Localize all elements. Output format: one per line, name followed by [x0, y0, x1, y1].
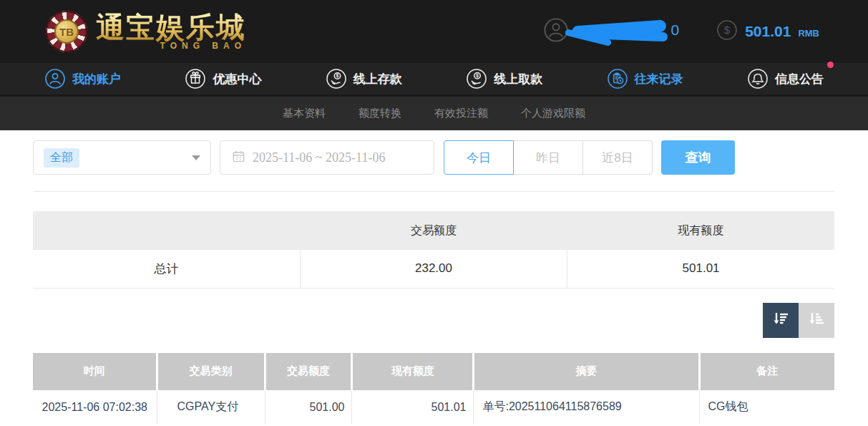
record-type: CGPAY支付: [157, 390, 265, 425]
main-content: 全部 2025-11-06 ~ 2025-11-06 今日 昨日 近8日 查询: [0, 130, 868, 425]
coin-dollar-icon: $: [716, 19, 738, 44]
gift-icon: [185, 68, 206, 89]
nav-item-announcements[interactable]: 信息公告: [747, 68, 824, 89]
range-button-last-8-days[interactable]: 近8日: [582, 140, 653, 175]
svg-text:$: $: [476, 73, 479, 79]
quick-range-group: 今日 昨日 近8日: [444, 140, 653, 175]
filter-row: 全部 2025-11-06 ~ 2025-11-06 今日 昨日 近8日 查询: [33, 140, 834, 175]
records-clipboard-icon: [607, 68, 628, 89]
transaction-type-select[interactable]: 全部: [33, 140, 211, 175]
records-header-balance: 现有额度: [352, 353, 474, 390]
record-time: 2025-11-06 07:02:38: [33, 390, 157, 425]
notification-dot: [827, 62, 834, 68]
deposit-coin-icon: $: [326, 68, 347, 89]
summary-header-current-amount: 现有额度: [567, 211, 834, 250]
top-header: TB 通宝娱乐城 TONG BAO 0: [0, 0, 868, 63]
sort-ascending-button[interactable]: [799, 303, 834, 338]
brand-title: 通宝娱乐城: [96, 12, 246, 42]
main-nav: 我的账户 优惠中心 $ 线上存款: [0, 63, 868, 97]
user-menu[interactable]: 0: [543, 16, 679, 47]
svg-text:$: $: [724, 24, 731, 36]
sort-ascending-icon: [806, 309, 826, 331]
balance-currency: RMB: [798, 28, 819, 39]
range-button-yesterday[interactable]: 昨日: [513, 140, 583, 175]
balance-amount: 501.01: [745, 23, 791, 40]
summary-total-row: 总计 232.00 501.01: [33, 250, 834, 288]
records-header-type: 交易类别: [157, 353, 265, 390]
sort-descending-icon: [771, 309, 791, 331]
summary-header-transaction-amount: 交易额度: [300, 211, 567, 250]
section-divider: [33, 191, 834, 192]
records-header-amount: 交易额度: [265, 353, 352, 390]
withdraw-coin-icon: $: [466, 68, 487, 89]
subnav-item-valid-bets[interactable]: 有效投注额: [434, 107, 488, 120]
summary-table: 交易额度 现有额度 总计 232.00 501.01: [33, 211, 834, 289]
sort-controls: [33, 303, 834, 338]
subnav-item-quota-transfer[interactable]: 额度转换: [359, 107, 401, 120]
summary-current-total: 501.01: [567, 250, 834, 288]
nav-item-my-account[interactable]: 我的账户: [44, 68, 121, 89]
nav-item-promotions[interactable]: 优惠中心: [185, 68, 261, 89]
nav-item-withdraw[interactable]: $ 线上取款: [466, 68, 542, 89]
sub-nav: 基本资料 额度转换 有效投注额 个人游戏限额: [0, 97, 868, 130]
table-row: 2025-11-06 07:02:38 CGPAY支付 501.00 501.0…: [33, 390, 834, 425]
record-amount: 501.00: [265, 390, 352, 425]
user-icon: [44, 68, 66, 89]
calendar-icon: [232, 150, 245, 166]
record-balance: 501.01: [352, 390, 474, 425]
summary-transaction-total: 232.00: [300, 250, 567, 288]
date-range-input[interactable]: 2025-11-06 ~ 2025-11-06: [220, 140, 434, 175]
poker-chip-icon: TB: [46, 11, 87, 52]
records-table: 时间 交易类别 交易额度 现有额度 摘要 备注 2025-11-06 07:02…: [33, 353, 834, 425]
nav-item-deposit[interactable]: $ 线上存款: [326, 68, 402, 89]
record-summary: 单号:202511064115876589: [474, 390, 699, 425]
query-button[interactable]: 查询: [661, 140, 735, 175]
balance-display: $ 501.01 RMB: [716, 19, 819, 44]
brand-logo[interactable]: TB 通宝娱乐城 TONG BAO: [46, 11, 246, 52]
records-header-row: 时间 交易类别 交易额度 现有额度 摘要 备注: [33, 353, 834, 390]
records-header-summary: 摘要: [474, 353, 699, 390]
username-redaction-scribble: 0: [570, 16, 679, 47]
bell-icon: [747, 68, 769, 89]
summary-header-blank: [33, 211, 300, 250]
subnav-item-game-limits[interactable]: 个人游戏限额: [521, 107, 585, 120]
nav-item-transaction-records[interactable]: 往来记录: [607, 68, 683, 89]
range-button-today[interactable]: 今日: [444, 140, 514, 175]
svg-text:$: $: [336, 73, 338, 79]
date-range-value: 2025-11-06 ~ 2025-11-06: [253, 150, 385, 165]
username-visible-suffix: 0: [670, 21, 679, 39]
records-header-time: 时间: [33, 353, 157, 390]
subnav-item-basic-info[interactable]: 基本资料: [283, 107, 326, 120]
selected-type-chip: 全部: [44, 148, 79, 168]
brand-subtitle: TONG BAO: [96, 41, 246, 51]
sort-descending-button[interactable]: [763, 303, 799, 338]
chip-label: TB: [54, 19, 79, 44]
chevron-down-icon: [192, 155, 200, 160]
summary-total-label: 总计: [33, 250, 300, 288]
records-header-remark: 备注: [699, 353, 834, 390]
record-remark: CG钱包: [699, 390, 834, 425]
